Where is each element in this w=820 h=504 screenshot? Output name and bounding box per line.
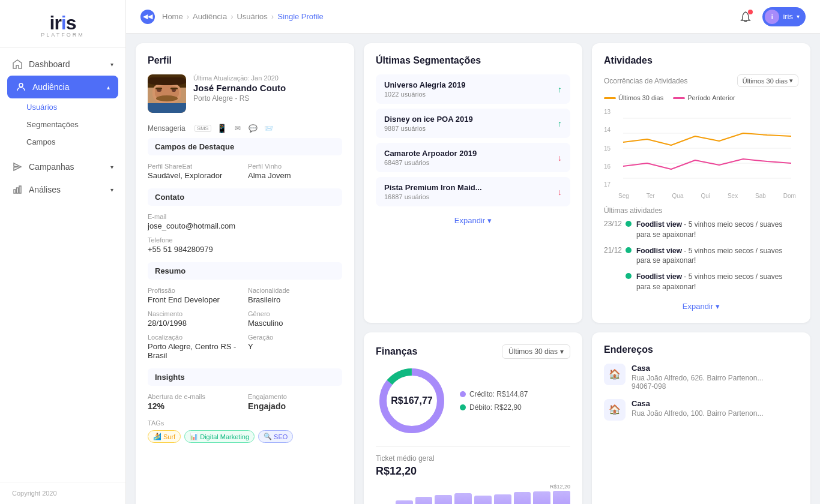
sidebar-item-audiencia[interactable]: Audiência ▴ (7, 76, 118, 98)
resumo-value-4: Porto Alegre, Centro RS - Brasil (148, 342, 242, 360)
svg-rect-3 (19, 186, 21, 193)
breadcrumb-current: Single Profile (277, 12, 324, 21)
ativ-expand-chevron-icon: ▾ (716, 302, 720, 311)
y-label-0: 13 (604, 109, 610, 115)
main-content: Perfil Última Atualização: Jan 2020 (126, 34, 820, 504)
ativ-action-2: Foodlist view (636, 272, 682, 281)
breadcrumb-sep-3: › (271, 12, 274, 21)
resumo-label-3: Gênero (248, 310, 342, 317)
end-addr-0: Rua João Alfredo, 626. Bairro Partenon..… (632, 374, 763, 391)
profile-title: Perfil (148, 55, 342, 66)
campos-section-header: Campos de Destaque (148, 138, 342, 155)
bar-3 (435, 495, 452, 504)
seg-info-0: Universo Alegria 2019 1022 usuários (384, 80, 465, 98)
bar-4 (454, 493, 472, 504)
endereco-item-1: 🏠 Casa Rua João Alfredo, 100. Bairro Par… (604, 399, 798, 421)
financas-period-select[interactable]: Últimos 30 dias ▾ (502, 344, 570, 359)
svg-point-0 (19, 83, 23, 87)
whatsapp-icon[interactable]: 📱 (216, 122, 228, 134)
breadcrumb-usuarios[interactable]: Usuários (237, 12, 267, 21)
endereco-info-0: Casa Rua João Alfredo, 626. Bairro Parte… (632, 364, 763, 391)
y-label-4: 17 (604, 181, 610, 188)
sidebar-item-dashboard[interactable]: Dashboard ▾ (0, 53, 125, 76)
breadcrumb-home[interactable]: Home (162, 12, 183, 21)
sidebar-item-analises[interactable]: Análises ▾ (0, 178, 125, 201)
legend-dot-credito (460, 391, 466, 397)
campo-item-0: Perfil ShareEat Saudável, Explorador (148, 163, 242, 180)
campo-value-0: Saudável, Explorador (148, 171, 242, 180)
seg-count-2: 68487 usuários (384, 159, 477, 166)
breadcrumb-audiencia[interactable]: Audiência (193, 12, 227, 21)
seg-count-0: 1022 usuários (384, 91, 465, 98)
seg-name-2: Camarote Arpoador 2019 (384, 149, 477, 158)
ativ-dot-1 (626, 247, 632, 253)
sidebar-item-campos[interactable]: Campos (0, 133, 125, 151)
ativ-filter-row: Ocorrências de Atividades Últimos 30 dia… (604, 74, 798, 87)
usuarios-label: Usuários (26, 103, 57, 112)
seg-name-1: Disney on ice POA 2019 (384, 115, 473, 124)
legend-line-1 (673, 97, 685, 99)
ativ-occurrence-label: Ocorrências de Atividades (604, 77, 687, 85)
end-cep-0: 94067-098 (632, 382, 666, 391)
sms-icon[interactable]: 📨 (263, 122, 275, 134)
sidebar-item-segmentacoes[interactable]: Segmentações (0, 116, 125, 133)
endereco-icon-0: 🏠 (604, 364, 626, 385)
seg-item-1: Disney on ice POA 2019 9887 usuários ↑ (376, 109, 570, 138)
messaging-label: Mensageria (148, 124, 190, 133)
ativ-expand-button[interactable]: Expandir ▾ (604, 298, 798, 311)
chat-icon[interactable]: 💬 (247, 122, 259, 134)
x-label-5: Sab (755, 193, 766, 199)
notification-button[interactable] (736, 7, 755, 26)
sidebar-item-campanhas[interactable]: Campanhas ▾ (0, 155, 125, 178)
sidebar: iris PLATFORM Dashboard ▾ Audiênci (0, 0, 126, 504)
endereco-info-1: Casa Rua João Alfredo, 100. Bairro Parte… (632, 399, 763, 421)
x-label-1: Ter (647, 193, 655, 199)
tag-dm-icon: 📊 (190, 433, 198, 440)
donut-value: R$167,77 (391, 395, 432, 406)
audiencia-subnav: Usuários Segmentações Campos (0, 98, 125, 155)
seg-info-2: Camarote Arpoador 2019 68487 usuários (384, 149, 477, 166)
tag-surf-label: Surf (163, 433, 175, 440)
campanhas-chevron: ▾ (110, 164, 113, 170)
logo-area: iris PLATFORM (0, 0, 125, 48)
seg-count-1: 9887 usuários (384, 125, 473, 132)
financas-legend: Crédito: R$144,87 Débito: R$22,90 (460, 390, 528, 412)
seg-count-3: 16887 usuários (384, 193, 482, 200)
insights-grid: Abertura de e-mails 12% Engajamento Enga… (148, 393, 342, 411)
end-addr-1: Rua João Alfredo, 100. Bairro Partenon..… (632, 409, 763, 418)
ativ-text-1: Foodlist view - 5 vinhos meio secos / su… (636, 246, 798, 266)
ativ-item-2: Foodlist view - 5 vinhos meio secos / su… (604, 272, 798, 292)
ativ-dot-0 (626, 221, 632, 227)
analises-label: Análises (29, 185, 61, 194)
profile-update: Última Atualização: Jan 2020 (193, 74, 342, 82)
contato-section-header: Contato (148, 188, 342, 206)
collapse-button[interactable]: ◀◀ (140, 10, 155, 24)
email-icon[interactable]: ✉ (232, 122, 244, 134)
tag-surf: 🏄 Surf (148, 430, 181, 443)
logo: iris (49, 12, 76, 34)
resumo-profissao: Profissão Front End Developer (148, 287, 242, 304)
insights-section-header: Insights (148, 368, 342, 386)
seg-item-0: Universo Alegria 2019 1022 usuários ↑ (376, 74, 570, 104)
resumo-localizacao: Localização Porto Alegre, Centro RS - Br… (148, 334, 242, 360)
last-acts-label: Últimas atividades (604, 206, 798, 215)
ativ-period-select[interactable]: Últimos 30 dias ▾ (737, 74, 798, 87)
ativ-dot-2 (626, 273, 632, 279)
seg-info-1: Disney on ice POA 2019 9887 usuários (384, 115, 473, 132)
legend-entry-1: Período Anterior (673, 94, 735, 101)
message-icons: 📱 ✉ 💬 📨 (216, 122, 275, 134)
insight-value-1: Engajado (248, 401, 342, 411)
resumo-label-4: Localização (148, 334, 242, 341)
user-chip[interactable]: i iris ▾ (762, 7, 806, 26)
sidebar-item-usuarios[interactable]: Usuários (0, 98, 125, 116)
tag-seo-label: SEO (274, 433, 288, 440)
ativ-period-label: Últimos 30 dias (743, 77, 788, 85)
tag-dm: 📊 Digital Marketing (184, 430, 255, 443)
analises-chevron: ▾ (110, 187, 113, 193)
chart-x-labels: Seg Ter Qua Qui Sex Sab Dom (616, 193, 798, 199)
tag-seo-icon: 🔍 (264, 433, 272, 440)
nav-section: Dashboard ▾ Audiência ▴ Usuários Segment… (0, 48, 125, 206)
ativ-date-1: 21/12 (604, 246, 621, 266)
seg-expand-button[interactable]: Expandir ▾ (376, 214, 570, 225)
contato-section: E-mail jose_couto@hotmail.com Telefone +… (148, 213, 342, 254)
